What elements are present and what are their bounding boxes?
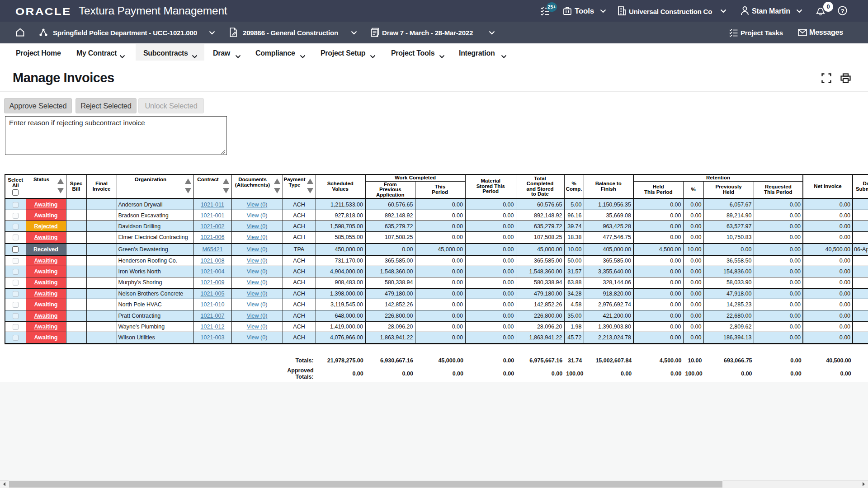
svg-text:?: ?: [840, 8, 844, 14]
